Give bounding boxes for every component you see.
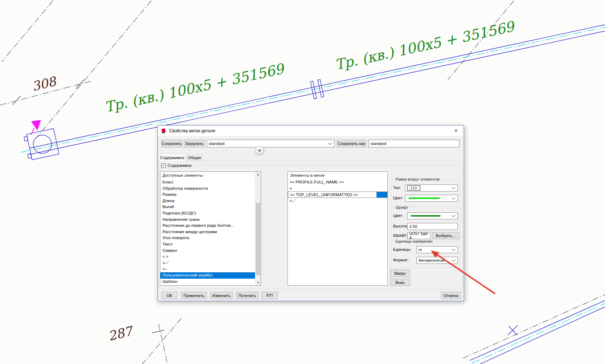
save-as-input[interactable]: standard xyxy=(368,140,459,147)
format-value: Автоматически xyxy=(419,258,452,262)
tab-general[interactable]: Общие xyxy=(186,154,203,161)
list-item[interactable]: Текст xyxy=(160,241,255,248)
mark-list-item[interactable]: << PROFILE.FULL_NAME >> xyxy=(288,179,387,186)
save-button[interactable]: Сохранить xyxy=(161,140,182,147)
chevron-down-icon xyxy=(451,213,455,217)
font-color-swatch xyxy=(411,215,440,217)
units-label: Единицы: xyxy=(393,247,411,251)
font-name-label: Шрифт: xyxy=(393,233,408,237)
settings-name-value: standard xyxy=(209,141,329,146)
list-item[interactable]: Обработка поверхности xyxy=(160,186,255,192)
pipe-label-2: Тр. (кв.) 100х5 + 351569 xyxy=(333,18,517,73)
apply-scope-icon[interactable]: ◆ xyxy=(255,146,264,155)
list-item[interactable]: Класс xyxy=(160,179,255,186)
chevron-down-icon xyxy=(451,247,455,251)
frame-color-combobox[interactable] xyxy=(405,195,458,202)
toggle-switches-button[interactable]: ⊽/⊓ xyxy=(261,292,278,299)
grid-label-287: 287 xyxy=(107,323,135,344)
list-item[interactable]: Длина xyxy=(160,198,255,204)
frame-color-swatch xyxy=(409,198,440,199)
units-group-label: Единицы измерения xyxy=(394,239,434,243)
move-up-button[interactable]: Вверх xyxy=(390,269,410,277)
font-height-input[interactable]: 2.50 xyxy=(407,223,458,230)
group-separator xyxy=(194,165,460,166)
list-item[interactable]: Шаблон xyxy=(160,279,255,285)
list-item[interactable]: Выгиб xyxy=(160,204,255,210)
mark-list-header: Элементы в метке xyxy=(288,172,387,179)
part-mark-properties-dialog: Свойства метки детали ✕ Сохранить Загруз… xyxy=(158,125,464,301)
available-list-scrollbar[interactable]: ▲ ▼ xyxy=(255,172,261,285)
header-divider xyxy=(253,172,253,178)
units-combobox[interactable]: m xyxy=(416,246,458,253)
scroll-up-icon[interactable]: ▲ xyxy=(255,172,261,177)
frame-color-label: Цвет: xyxy=(393,196,403,200)
selection-block xyxy=(376,192,387,198)
get-button[interactable]: Получить xyxy=(236,292,259,299)
settings-name-combobox[interactable]: standard xyxy=(207,140,334,147)
content-checkbox[interactable]: ✓ xyxy=(161,163,166,168)
available-list-rows: КлассОбработка поверхностиРазмерДлинаВыг… xyxy=(160,179,255,285)
frame-type-value: 123 xyxy=(407,186,420,190)
list-item[interactable]: < > xyxy=(160,254,255,260)
mark-list-item[interactable]: <--' xyxy=(288,198,387,204)
pipe-secondary xyxy=(470,301,605,364)
pipe-joint xyxy=(310,80,324,99)
list-item[interactable]: <--' xyxy=(160,260,255,266)
font-color-combobox[interactable] xyxy=(407,212,458,219)
chevron-down-icon xyxy=(451,195,455,199)
app-icon xyxy=(161,128,167,134)
available-list-header: Доступные элементы xyxy=(160,172,261,179)
title-bar[interactable]: Свойства метки детали ✕ xyxy=(158,126,463,136)
list-item[interactable]: Пользовательский атрибут xyxy=(160,272,255,279)
cancel-button[interactable]: Отмена xyxy=(441,292,461,299)
list-item[interactable]: Направление грани xyxy=(160,217,255,223)
list-item[interactable]: <-- xyxy=(160,266,255,272)
frame-type-label: Тип: xyxy=(393,186,401,190)
font-height-label: Высота: xyxy=(393,224,408,228)
save-as-button[interactable]: Сохранить как xyxy=(337,140,366,147)
frame-group-label: Рамка вокруг элементов xyxy=(394,177,441,181)
close-icon[interactable]: ✕ xyxy=(449,126,463,136)
tab-content[interactable]: Содержимое xyxy=(159,153,186,161)
list-item[interactable]: Расстояние между центрами xyxy=(160,229,255,235)
list-item[interactable]: Угол поворота xyxy=(160,235,255,241)
list-item[interactable]: Подгонка (БС/ДС) xyxy=(160,210,255,217)
list-item[interactable]: Расстояние до первого ряда болтов... xyxy=(160,223,255,229)
content-checkbox-label: Содержимое xyxy=(167,163,192,168)
format-label: Формат: xyxy=(393,258,409,262)
frame-type-combobox[interactable]: 123 xyxy=(405,184,458,192)
available-elements-list[interactable]: Доступные элементы КлассОбработка поверх… xyxy=(160,171,261,286)
list-item[interactable]: Размер xyxy=(160,192,255,198)
load-button[interactable]: Загрузить xyxy=(184,140,205,147)
font-color-label: Цвет: xyxy=(393,213,403,218)
mark-list-rows: << PROFILE.FULL_NAME >>+<< TOP_LEVEL_UNF… xyxy=(288,179,387,285)
scrollbar-thumb[interactable] xyxy=(256,203,260,275)
font-select-button[interactable]: Выбрать... xyxy=(432,232,459,239)
font-group-label: Шрифт xyxy=(394,205,410,210)
scroll-down-icon[interactable]: ▼ xyxy=(255,280,261,285)
chevron-down-icon xyxy=(451,257,455,261)
grid-ticks xyxy=(13,80,164,333)
mark-elements-list[interactable]: Элементы в метке << PROFILE.FULL_NAME >>… xyxy=(287,171,388,286)
units-value: m xyxy=(419,248,452,252)
ok-button[interactable]: ОК xyxy=(161,292,177,299)
font-name-input[interactable]: GOST type A xyxy=(407,232,431,239)
format-combobox[interactable]: Автоматически xyxy=(416,257,458,264)
modify-button[interactable]: Изменить xyxy=(210,292,233,299)
end-assembly xyxy=(23,128,59,160)
chevron-down-icon xyxy=(328,141,332,145)
screen: Тр. (кв.) 100х5 + 351569 Тр. (кв.) 100х5… xyxy=(0,0,605,364)
dialog-title: Свойства метки детали xyxy=(169,128,215,133)
pipe-label-1: Тр. (кв.) 100х5 + 351569 xyxy=(103,60,286,115)
chevron-down-icon xyxy=(451,185,455,189)
apply-button[interactable]: Применить xyxy=(181,292,207,299)
mark-list-item[interactable]: << TOP_LEVEL_UNFORMATTED >> xyxy=(288,192,387,198)
mark-list-item[interactable]: + xyxy=(288,186,387,192)
move-down-button[interactable]: Вниз xyxy=(390,279,410,286)
frame-group: Рамка вокруг элементов xyxy=(391,180,459,206)
list-item[interactable]: Символ xyxy=(160,248,255,254)
